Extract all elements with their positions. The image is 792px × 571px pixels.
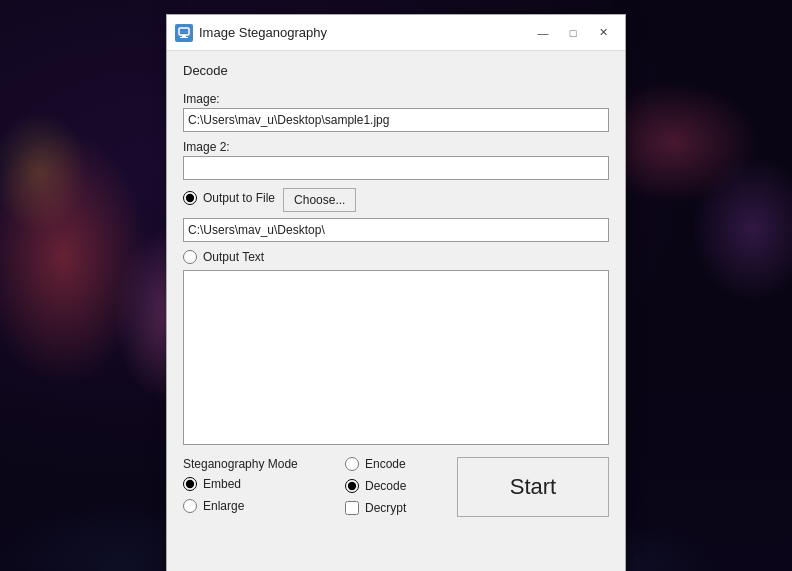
minimize-button[interactable]: —: [529, 22, 557, 44]
decrypt-label[interactable]: Decrypt: [365, 501, 406, 515]
enlarge-radio[interactable]: [183, 499, 197, 513]
svg-rect-1: [182, 35, 186, 37]
embed-label[interactable]: Embed: [203, 477, 241, 491]
app-window: Image Steganography — □ ✕ Decode Image: …: [166, 14, 626, 571]
enlarge-row: Enlarge: [183, 499, 333, 513]
image2-field-group: Image 2:: [183, 140, 609, 180]
embed-radio[interactable]: [183, 477, 197, 491]
output-textarea[interactable]: [183, 270, 609, 445]
output-text-radio-row: Output Text: [183, 250, 609, 264]
output-path-input[interactable]: [183, 218, 609, 242]
decrypt-row: Decrypt: [345, 501, 445, 515]
enlarge-label[interactable]: Enlarge: [203, 499, 244, 513]
steg-mode-title: Steganography Mode: [183, 457, 333, 471]
steg-mode-radios: Embed Enlarge: [183, 477, 333, 517]
choose-button[interactable]: Choose...: [283, 188, 356, 212]
output-file-row: Output to File Choose...: [183, 188, 609, 212]
encode-radio[interactable]: [345, 457, 359, 471]
window-title: Image Steganography: [199, 25, 529, 40]
close-button[interactable]: ✕: [589, 22, 617, 44]
image-field-group: Image:: [183, 92, 609, 132]
decode-section: Decode: [183, 63, 609, 84]
output-to-file-radio-row: Output to File: [183, 191, 275, 205]
output-text-radio[interactable]: [183, 250, 197, 264]
output-path-group: [183, 218, 609, 242]
output-to-file-radio[interactable]: [183, 191, 197, 205]
svg-rect-2: [180, 37, 188, 38]
svg-rect-0: [179, 28, 189, 35]
output-to-file-label[interactable]: Output to File: [203, 191, 275, 205]
decode-op-label[interactable]: Decode: [365, 479, 406, 493]
decode-row: Decode: [345, 479, 445, 493]
section-title: Decode: [183, 63, 609, 78]
start-button[interactable]: Start: [457, 457, 609, 517]
app-icon: [175, 24, 193, 42]
steg-mode-group: Steganography Mode Embed Enlarge: [183, 457, 333, 517]
embed-row: Embed: [183, 477, 333, 491]
encode-decode-col: Encode Decode Decrypt: [345, 457, 445, 515]
window-controls: — □ ✕: [529, 22, 617, 44]
image2-input[interactable]: [183, 156, 609, 180]
maximize-button[interactable]: □: [559, 22, 587, 44]
image-label: Image:: [183, 92, 609, 106]
titlebar: Image Steganography — □ ✕: [167, 15, 625, 51]
output-text-label[interactable]: Output Text: [203, 250, 264, 264]
encode-label[interactable]: Encode: [365, 457, 406, 471]
decrypt-checkbox[interactable]: [345, 501, 359, 515]
image-input[interactable]: [183, 108, 609, 132]
bottom-section: Steganography Mode Embed Enlarge Enc: [183, 457, 609, 517]
decode-radio[interactable]: [345, 479, 359, 493]
encode-row: Encode: [345, 457, 445, 471]
main-content: Decode Image: Image 2: Output to File Ch…: [167, 51, 625, 571]
image2-label: Image 2:: [183, 140, 609, 154]
